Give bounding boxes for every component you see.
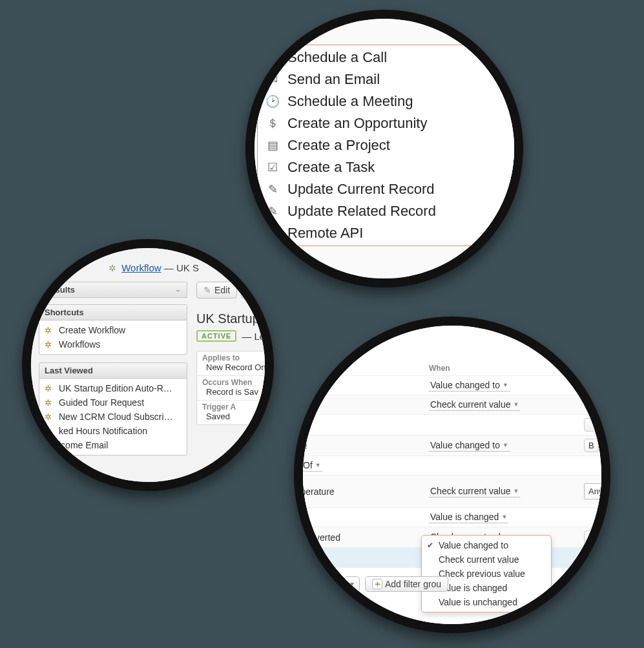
when-dropdown-popup: Value changed to Check current value Che… bbox=[421, 535, 552, 612]
table-row: Temperature Check current value ▼ Any bbox=[294, 475, 610, 507]
list-item-label: UK Startup Edition Auto-R… bbox=[59, 383, 172, 393]
details-box: Applies to New Record Onl Occurs When Re… bbox=[196, 351, 274, 425]
page-title: UK Startup bbox=[196, 311, 274, 326]
chevron-down-icon: ▼ bbox=[514, 401, 519, 408]
table-row: ated bbox=[294, 414, 610, 435]
sidebar: Results ⌄ Shortcuts ✲ Create Workflow ✲ … bbox=[39, 282, 187, 463]
value-pill[interactable] bbox=[584, 418, 596, 432]
menu-item-schedule-call[interactable]: 📅 Schedule a Call bbox=[258, 47, 523, 68]
dropdown-label: Check current value bbox=[430, 486, 511, 496]
workflow-detail-circle: ✲ Workflow — UK S Results ⌄ Shortcuts ✲ … bbox=[22, 239, 274, 491]
table-row: tatus Value is changed ▼ bbox=[294, 507, 610, 527]
filter-panel: When Value changed to ▼ Check current bbox=[294, 322, 610, 633]
list-item-label: Guided Tour Request bbox=[59, 397, 144, 408]
when-dropdown[interactable]: Value is changed ▼ bbox=[429, 511, 508, 523]
dropdown-label: Value is changed bbox=[430, 512, 499, 522]
value-pill[interactable]: To bbox=[584, 530, 602, 544]
shortcuts-panel-header: Shortcuts bbox=[39, 304, 187, 320]
menu-item-remote-api[interactable]: ⬡ Remote API bbox=[258, 222, 523, 244]
panel-header-label: Shortcuts bbox=[45, 308, 84, 317]
filter-conditions-circle: When Value changed to ▼ Check current bbox=[294, 317, 610, 633]
dropdown-option[interactable]: Value changed to bbox=[422, 538, 551, 552]
gear-icon: ✲ bbox=[109, 263, 116, 273]
menu-item-update-related-record[interactable]: ✎ Update Related Record bbox=[258, 200, 523, 222]
table-row: Check current value ▼ bbox=[294, 395, 610, 414]
plus-icon: ＋ bbox=[372, 579, 382, 589]
menu-item-label: Create a Task bbox=[287, 159, 375, 176]
detail-value: Saved bbox=[202, 412, 274, 421]
panel-header-label: Last Viewed bbox=[45, 366, 93, 375]
value-pill[interactable]: B bbox=[584, 439, 599, 452]
when-header: When bbox=[429, 364, 584, 373]
chevron-down-icon: ⌄ bbox=[174, 287, 182, 293]
add-filter-controls: ▾ ＋ Add filter grou bbox=[344, 576, 448, 592]
field-cell: Temperature bbox=[294, 486, 429, 497]
field-cell: ated bbox=[294, 420, 429, 430]
menu-item-create-project[interactable]: ▤ Create a Project bbox=[258, 134, 523, 156]
envelope-icon: ✉ bbox=[264, 72, 281, 87]
dropdown-option[interactable]: Check current value bbox=[422, 552, 551, 567]
status-row: ACTIVE — Le bbox=[196, 330, 274, 342]
edit-icon: ✎ bbox=[264, 182, 281, 196]
chevron-down-icon: ▾ bbox=[350, 580, 354, 589]
when-dropdown[interactable]: Value changed to ▼ bbox=[429, 379, 510, 392]
dropdown-option[interactable]: Value is unchanged bbox=[422, 595, 551, 609]
detail-label: Applies to bbox=[202, 353, 274, 362]
menu-item-send-email[interactable]: ✉ Send an Email bbox=[258, 68, 523, 90]
adjacent-button[interactable] bbox=[241, 282, 247, 298]
menu-item-create-task[interactable]: ☑ Create a Task bbox=[258, 156, 523, 178]
table-header: When bbox=[294, 361, 610, 375]
small-dropdown-button[interactable]: ▾ bbox=[344, 576, 360, 592]
menu-item-update-current-record[interactable]: ✎ Update Current Record bbox=[258, 178, 523, 200]
last-viewed-item[interactable]: ✲ lcome Email bbox=[39, 438, 187, 452]
panel-header-label: Results bbox=[45, 285, 75, 295]
menu-item-schedule-meeting[interactable]: 🕑 Schedule a Meeting bbox=[258, 90, 523, 112]
list-item-label: ked Hours Notification bbox=[59, 426, 147, 436]
workflow-icon: ✲ bbox=[45, 340, 55, 350]
dropdown-label: Value changed to bbox=[430, 440, 500, 450]
status-suffix: — Le bbox=[242, 331, 265, 342]
detail-label: Trigger A bbox=[202, 402, 274, 412]
anyof-dropdown[interactable]: Any Of ▼ bbox=[294, 459, 322, 472]
when-dropdown[interactable]: Check current value ▼ bbox=[429, 399, 520, 411]
dollar-icon: ＄ bbox=[264, 116, 281, 131]
chevron-down-icon: ▼ bbox=[503, 442, 508, 448]
calendar-icon: 📅 bbox=[264, 50, 281, 65]
menu-item-label: Remote API bbox=[287, 225, 363, 242]
value-pill[interactable] bbox=[584, 551, 596, 565]
last-viewed-item[interactable]: ✲ Guided Tour Request bbox=[39, 395, 187, 410]
menu-item-label: Update Current Record bbox=[287, 181, 434, 198]
task-icon: ☑ bbox=[264, 160, 281, 174]
results-panel-header[interactable]: Results ⌄ bbox=[39, 282, 187, 298]
chevron-down-icon: ▼ bbox=[514, 488, 519, 494]
field-cell: rature bbox=[294, 441, 429, 451]
field-cell: Not Call bbox=[294, 553, 429, 563]
dropdown-label: Any Of bbox=[294, 460, 313, 470]
list-item-label: New 1CRM Cloud Subscri… bbox=[59, 412, 173, 422]
when-dropdown[interactable]: Check current value ▼ bbox=[429, 485, 520, 497]
shortcut-create-workflow[interactable]: ✲ Create Workflow bbox=[39, 323, 187, 337]
breadcrumb-suffix: — UK S bbox=[164, 262, 199, 273]
list-item-label: Create Workflow bbox=[59, 325, 125, 335]
last-viewed-item[interactable]: ✲ New 1CRM Cloud Subscri… bbox=[39, 410, 187, 424]
menu-item-create-opportunity[interactable]: ＄ Create an Opportunity bbox=[258, 112, 523, 134]
edit-button[interactable]: ✎ Edit bbox=[196, 282, 237, 298]
list-item-label: Workflows bbox=[59, 339, 100, 350]
shortcut-workflows[interactable]: ✲ Workflows bbox=[39, 337, 187, 351]
workflow-icon: ✲ bbox=[45, 326, 55, 335]
detail-value: Record is Sav bbox=[202, 387, 274, 397]
add-filter-group-button[interactable]: ＋ Add filter grou bbox=[365, 576, 448, 592]
when-dropdown[interactable]: Value changed to ▼ bbox=[429, 439, 510, 452]
menu-item-label: Update Related Record bbox=[287, 203, 436, 220]
value-input[interactable]: Any bbox=[584, 483, 607, 499]
action-menu: 📅 Schedule a Call ✉ Send an Email 🕑 Sche… bbox=[257, 45, 523, 246]
detail-value: New Record Onl bbox=[202, 362, 274, 372]
pencil-icon: ✎ bbox=[203, 285, 211, 295]
detail-row: Trigger A Saved bbox=[197, 401, 274, 424]
breadcrumb-link[interactable]: Workflow bbox=[121, 262, 161, 273]
detail-row: Occurs When Record is Sav bbox=[197, 376, 274, 401]
breadcrumb: ✲ Workflow — UK S bbox=[109, 262, 199, 273]
workflow-icon: ✲ bbox=[45, 441, 55, 450]
last-viewed-item[interactable]: ✲ UK Startup Edition Auto-R… bbox=[39, 381, 187, 395]
last-viewed-item[interactable]: ✲ ked Hours Notification bbox=[39, 424, 187, 438]
